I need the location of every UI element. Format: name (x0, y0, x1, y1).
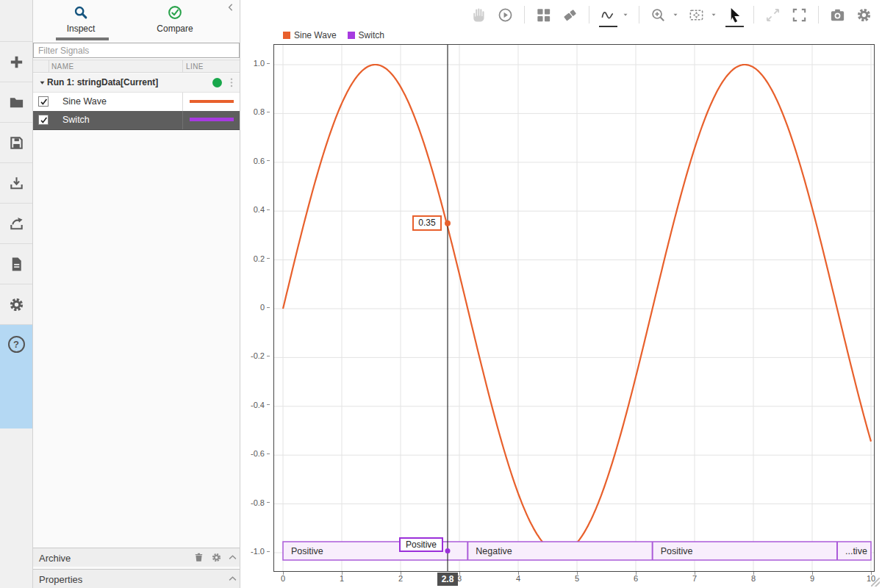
column-divider (182, 111, 183, 129)
sine-wave-checkbox[interactable] (38, 96, 49, 107)
y-axis-tick-label: -0.2 (251, 351, 270, 360)
dropdown-caret-icon[interactable] (622, 11, 629, 18)
plot-canvas[interactable] (274, 45, 874, 571)
cursor-time-badge[interactable]: 2.8 (437, 573, 458, 586)
signal-panel: Inspect Compare NAME LINE Run 1: stringD… (33, 0, 240, 588)
column-divider (182, 93, 183, 111)
legend-item-sine-wave[interactable]: Sine Wave (283, 30, 337, 40)
camera-icon (829, 7, 846, 24)
gear-icon[interactable] (211, 552, 222, 563)
tab-compare[interactable]: Compare (142, 4, 208, 34)
replay-icon (497, 7, 514, 24)
import-icon (8, 175, 25, 192)
plot-legend: Sine Wave Switch (283, 30, 384, 40)
help-icon: ? (8, 336, 25, 353)
column-header-name: NAME (51, 62, 74, 71)
dropdown-caret-icon[interactable] (672, 11, 679, 18)
properties-section-header[interactable]: Properties (33, 569, 240, 588)
snapshot-button[interactable] (828, 4, 847, 26)
expander-triangle-icon[interactable] (38, 79, 46, 87)
x-axis-tick-label: 10 (867, 574, 875, 583)
band-segment-label: Negative (476, 542, 512, 560)
magnifier-icon (73, 4, 89, 21)
y-axis-tick-label: 0.4 (254, 205, 270, 214)
preferences-button[interactable] (0, 284, 32, 324)
save-icon (8, 135, 25, 151)
y-axis-tick-label: -0.8 (251, 498, 270, 507)
simulation-data-inspector-window: ? Inspect Compare NAME LINE (0, 0, 882, 588)
run-label: Run 1: stringData[Current] (47, 77, 158, 87)
active-tab-underline (56, 37, 109, 40)
y-axis-tick-label: 0.6 (254, 157, 270, 165)
import-button[interactable] (0, 162, 32, 203)
run-row[interactable]: Run 1: stringData[Current] (33, 74, 240, 93)
plot-settings-button[interactable] (855, 4, 873, 26)
signal-row-sine-wave[interactable]: Sine Wave (33, 93, 240, 112)
x-axis-tick-label: 0 (281, 574, 285, 583)
export-icon (8, 215, 25, 232)
check-circle-icon (167, 4, 183, 21)
data-cursors-button[interactable] (599, 4, 617, 26)
replay-button[interactable] (496, 4, 514, 26)
x-axis-tick-label: 1 (340, 574, 344, 583)
tab-inspect-label: Inspect (67, 24, 96, 34)
report-button[interactable] (0, 243, 32, 284)
pan-button[interactable] (470, 4, 488, 26)
layout-button[interactable] (534, 4, 553, 26)
trash-icon[interactable] (193, 552, 204, 563)
expand-diagonal-icon (764, 7, 781, 24)
archive-section-header[interactable]: Archive (33, 548, 240, 567)
x-axis-tick-label: 9 (810, 574, 814, 583)
left-icon-rail: ? (0, 0, 33, 588)
collapse-panel-chevron-left-icon[interactable] (225, 1, 237, 13)
clear-plots-button[interactable] (561, 4, 579, 26)
hand-pan-icon (470, 7, 487, 24)
signal-cursor-icon (600, 7, 617, 24)
legend-label: Switch (359, 30, 384, 40)
chevron-up-icon[interactable] (227, 552, 238, 563)
plot-toolbar (240, 0, 882, 29)
legend-label: Sine Wave (294, 30, 337, 40)
filter-signals-input[interactable] (33, 43, 240, 58)
band-segment-label: Positive (661, 542, 693, 560)
signal-table-header: NAME LINE (33, 60, 240, 73)
add-run-button[interactable] (0, 41, 32, 82)
expand-button[interactable] (764, 4, 782, 26)
signal-row-switch[interactable]: Switch (33, 111, 240, 130)
fit-to-view-icon (688, 7, 705, 24)
legend-item-switch[interactable]: Switch (348, 30, 384, 40)
toolbar-separator (524, 6, 525, 24)
toolbar-separator (589, 6, 589, 24)
plot-pane: Sine Wave Switch 1.00.80.60.40.20-0.2-0.… (240, 0, 882, 588)
switch-string-band (283, 542, 871, 560)
tab-compare-label: Compare (157, 24, 193, 34)
y-axis-tick-label: 1.0 (254, 59, 270, 68)
help-button[interactable]: ? (0, 324, 32, 429)
fullscreen-button[interactable] (790, 4, 808, 26)
open-button[interactable] (0, 82, 32, 122)
pointer-tool-button[interactable] (725, 4, 744, 26)
check-icon (40, 98, 48, 106)
chevron-up-icon[interactable] (227, 573, 238, 584)
fit-to-view-button[interactable] (687, 4, 706, 26)
check-icon (40, 116, 48, 124)
cursor-sine-value: 0.35 (412, 215, 442, 231)
dropdown-caret-icon[interactable] (710, 11, 717, 18)
selected-tool-underline (599, 26, 617, 28)
signal-name: Switch (62, 115, 90, 125)
column-divider (182, 60, 183, 72)
plot-area[interactable] (273, 44, 875, 572)
switch-checkbox[interactable] (38, 115, 49, 125)
legend-swatch (348, 32, 355, 39)
column-divider (49, 60, 49, 72)
legend-swatch (283, 32, 290, 39)
y-axis-tick-label: 0.2 (254, 254, 270, 263)
kebab-menu-icon[interactable] (227, 77, 236, 89)
tab-inspect[interactable]: Inspect (48, 4, 114, 34)
cursor-sine-marker (445, 220, 451, 226)
column-header-line: LINE (186, 62, 204, 71)
save-button[interactable] (0, 122, 32, 162)
zoom-button[interactable] (649, 4, 667, 26)
export-button[interactable] (0, 203, 32, 243)
band-segment-label: Positive (291, 542, 323, 560)
